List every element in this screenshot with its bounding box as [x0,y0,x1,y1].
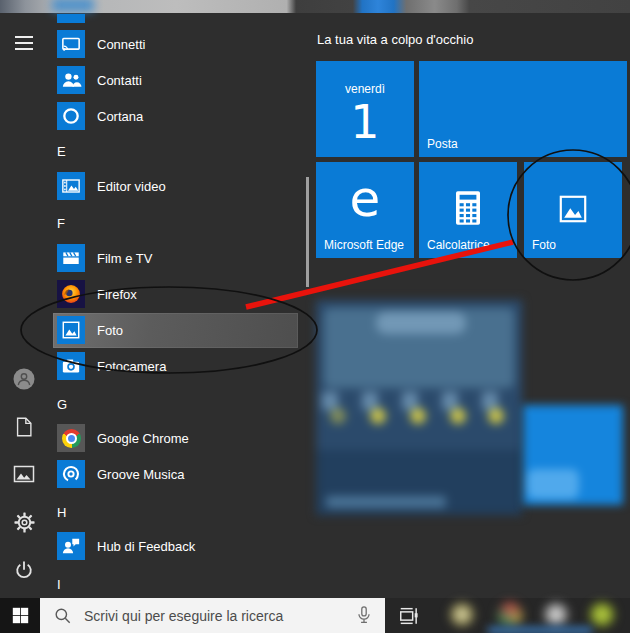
cast-icon [57,30,85,58]
app-list-scrollbar[interactable] [306,177,309,287]
taskbar-blurred-icon-1[interactable] [448,601,476,628]
film-tv-icon [57,244,85,272]
tile-blurred-weather[interactable] [316,300,522,515]
windows-logo-icon [12,607,29,624]
people-icon [57,66,85,94]
app-label: Google Chrome [97,431,189,446]
taskbar-blurred-icon-3[interactable] [542,601,570,628]
section-letter-h[interactable]: H [57,505,66,520]
taskbar-blurred-icon-4[interactable] [588,601,616,628]
app-label: Groove Musica [97,467,184,482]
documents-button[interactable] [0,412,48,442]
taskbar-blue-glow [488,627,592,633]
tile-foto[interactable]: Foto [524,162,622,258]
camera-icon [57,352,85,380]
cutoff-app-icon [57,14,85,23]
search-icon [53,606,73,626]
task-view-button[interactable] [396,604,422,627]
settings-button[interactable] [0,507,48,537]
start-button[interactable] [0,598,40,633]
app-label: Contatti [97,73,142,88]
firefox-icon [57,280,85,308]
app-label: Editor video [97,179,166,194]
photos-icon [57,316,85,344]
task-view-icon [398,605,420,627]
section-letter-e[interactable]: E [57,144,66,159]
app-item-fotocamera[interactable]: Fotocamera [48,349,302,383]
power-button[interactable] [0,555,48,585]
tile-calendario[interactable]: venerdì 1 [316,61,414,157]
chrome-icon [57,424,85,452]
app-item-cortana[interactable]: Cortana [48,99,302,133]
pictures-button[interactable] [0,459,48,489]
groove-icon [57,460,85,488]
tile-blurred-blue[interactable] [523,405,623,505]
calendar-day-name: venerdì [316,82,414,96]
tiles-group-heading: La tua vita a colpo d'occhio [317,32,473,47]
tile-posta[interactable]: Posta [419,61,627,157]
tile-label: Microsoft Edge [324,238,404,252]
section-letter-f[interactable]: F [57,216,65,231]
app-label: Firefox [97,287,137,302]
feedback-icon [57,532,85,560]
app-item-google-chrome[interactable]: Google Chrome [48,421,302,455]
app-label: Foto [97,323,123,338]
app-item-groove-musica[interactable]: Groove Musica [48,457,302,491]
user-icon [12,367,36,391]
taskbar-blurred-icon-2[interactable] [496,601,524,628]
document-icon [13,415,35,439]
background-window-glow [52,0,94,12]
user-account-button[interactable] [0,364,48,394]
app-item-connetti[interactable]: Connetti [48,27,302,61]
app-label: Cortana [97,109,143,124]
microphone-icon[interactable] [353,604,375,627]
section-letter-i[interactable]: I [57,577,61,592]
photos-icon [524,190,622,228]
start-menu-screen: Connetti Contatti Cortana E [0,0,630,633]
tile-calcolatrice[interactable]: Calcolatrice [419,162,517,258]
app-label: Connetti [97,37,145,52]
app-item-contatti[interactable]: Contatti [48,63,302,97]
video-editor-icon [57,172,85,200]
search-input[interactable] [82,607,336,625]
calculator-icon [419,190,517,226]
tile-label: Calcolatrice [427,238,490,252]
app-label: Fotocamera [97,359,166,374]
section-letter-g[interactable]: G [57,397,67,412]
app-label: Film e TV [97,251,152,266]
gear-icon [13,511,36,534]
taskbar-search[interactable] [40,598,385,633]
tile-label: Posta [427,137,458,151]
app-label: Hub di Feedback [97,539,195,554]
expand-menu-button[interactable] [0,28,48,58]
pictures-icon [12,463,36,485]
hamburger-icon [14,35,34,51]
cortana-icon [57,102,85,130]
background-window-strip [0,0,630,13]
app-item-film-e-tv[interactable]: Film e TV [48,241,302,275]
app-item-firefox[interactable]: Firefox [48,277,302,311]
edge-icon: e [316,170,414,228]
tile-microsoft-edge[interactable]: e Microsoft Edge [316,162,414,258]
tile-label: Foto [532,238,556,252]
power-icon [13,559,35,581]
calendar-day-number: 1 [316,99,414,145]
app-item-foto[interactable]: Foto [48,313,302,347]
app-item-hub-di-feedback[interactable]: Hub di Feedback [48,529,302,563]
app-item-editor-video[interactable]: Editor video [48,169,302,203]
